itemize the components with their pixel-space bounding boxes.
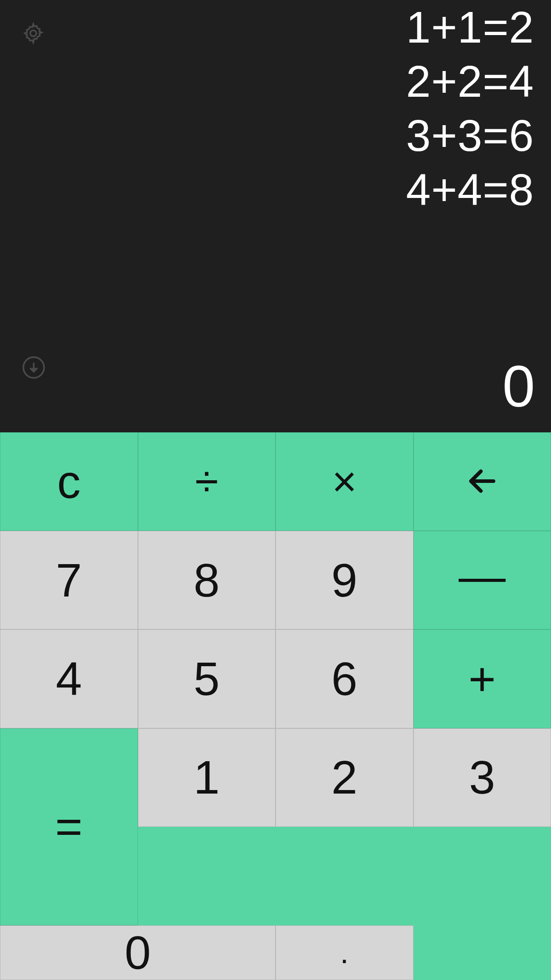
arrow-down-circle-icon bbox=[21, 374, 46, 381]
digit-4-button[interactable]: 4 bbox=[0, 629, 138, 728]
multiply-label: × bbox=[332, 457, 357, 506]
backspace-button[interactable] bbox=[413, 432, 551, 531]
divide-label: ÷ bbox=[195, 457, 218, 506]
digit-label: 5 bbox=[193, 652, 220, 706]
clear-label: c bbox=[57, 455, 81, 509]
digit-1-button[interactable]: 1 bbox=[138, 728, 276, 827]
decimal-label: . bbox=[340, 935, 349, 970]
gear-icon bbox=[21, 39, 45, 47]
digit-9-button[interactable]: 9 bbox=[276, 531, 413, 629]
digit-label: 4 bbox=[56, 652, 82, 706]
digit-label: 7 bbox=[56, 553, 82, 607]
settings-button[interactable] bbox=[21, 21, 45, 45]
clear-button[interactable]: c bbox=[0, 432, 138, 531]
history-item[interactable]: 4+4=8 bbox=[406, 162, 534, 217]
scroll-down-button[interactable] bbox=[21, 355, 46, 380]
digit-8-button[interactable]: 8 bbox=[138, 531, 276, 629]
digit-3-button[interactable]: 3 bbox=[413, 728, 551, 827]
digit-label: 6 bbox=[331, 652, 358, 706]
decimal-button[interactable]: . bbox=[276, 925, 413, 980]
history-item[interactable]: 3+3=6 bbox=[406, 108, 534, 162]
digit-6-button[interactable]: 6 bbox=[276, 629, 413, 728]
digit-7-button[interactable]: 7 bbox=[0, 531, 138, 629]
digit-label: 1 bbox=[193, 751, 220, 804]
minus-label: — bbox=[459, 549, 506, 603]
equals-label: = bbox=[55, 800, 83, 854]
digit-5-button[interactable]: 5 bbox=[138, 629, 276, 728]
digit-label: 2 bbox=[331, 751, 358, 804]
history-item[interactable]: 1+1=2 bbox=[406, 0, 534, 54]
digit-2-button[interactable]: 2 bbox=[276, 728, 413, 827]
svg-point-0 bbox=[30, 30, 36, 36]
digit-label: 0 bbox=[125, 926, 151, 980]
history-list: 1+1=2 2+2=4 3+3=6 4+4=8 bbox=[406, 0, 534, 217]
equals-button[interactable]: = bbox=[0, 728, 138, 925]
digit-label: 3 bbox=[469, 751, 495, 804]
digit-label: 9 bbox=[331, 553, 358, 607]
display-area: 1+1=2 2+2=4 3+3=6 4+4=8 0 bbox=[0, 0, 551, 432]
multiply-button[interactable]: × bbox=[276, 432, 413, 531]
keypad: c ÷ × 7 8 9 — 4 5 6 + 1 2 3 = 0 . bbox=[0, 432, 551, 980]
history-item[interactable]: 2+2=4 bbox=[406, 54, 534, 108]
current-value: 0 bbox=[503, 353, 535, 420]
plus-button[interactable]: + bbox=[413, 629, 551, 728]
plus-label: + bbox=[468, 652, 496, 706]
digit-0-button[interactable]: 0 bbox=[0, 925, 276, 980]
calculator-app: 1+1=2 2+2=4 3+3=6 4+4=8 0 c ÷ × 7 8 9 — … bbox=[0, 0, 551, 980]
digit-label: 8 bbox=[193, 553, 220, 607]
divide-button[interactable]: ÷ bbox=[138, 432, 276, 531]
arrow-left-icon bbox=[465, 455, 499, 509]
minus-button[interactable]: — bbox=[413, 531, 551, 629]
